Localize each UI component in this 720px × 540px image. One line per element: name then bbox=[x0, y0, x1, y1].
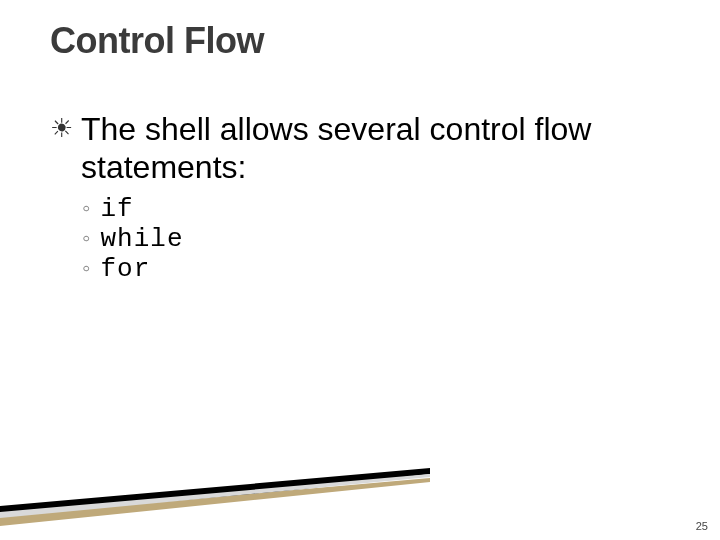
svg-marker-0 bbox=[0, 468, 430, 524]
sub-bullet-text: if bbox=[101, 194, 134, 224]
main-bullet-icon: ☀ bbox=[50, 110, 73, 146]
list-item: ◦ if bbox=[82, 194, 680, 224]
slide: Control Flow ☀ The shell allows several … bbox=[0, 0, 720, 540]
main-bullet-item: ☀ The shell allows several control flow … bbox=[50, 110, 680, 186]
main-bullet-text: The shell allows several control flow st… bbox=[81, 110, 680, 186]
sub-bullet-icon: ◦ bbox=[82, 254, 91, 282]
sub-bullet-text: for bbox=[101, 254, 151, 284]
list-item: ◦ for bbox=[82, 254, 680, 284]
sub-bullet-icon: ◦ bbox=[82, 224, 91, 252]
sub-bullet-icon: ◦ bbox=[82, 194, 91, 222]
svg-marker-2 bbox=[0, 474, 430, 518]
slide-title: Control Flow bbox=[50, 20, 264, 62]
list-item: ◦ while bbox=[82, 224, 680, 254]
slide-body: ☀ The shell allows several control flow … bbox=[50, 110, 680, 284]
page-number: 25 bbox=[696, 520, 708, 532]
sub-bullet-list: ◦ if ◦ while ◦ for bbox=[82, 194, 680, 284]
decorative-swoosh-icon bbox=[0, 468, 430, 528]
sub-bullet-text: while bbox=[101, 224, 184, 254]
svg-marker-1 bbox=[0, 478, 430, 526]
